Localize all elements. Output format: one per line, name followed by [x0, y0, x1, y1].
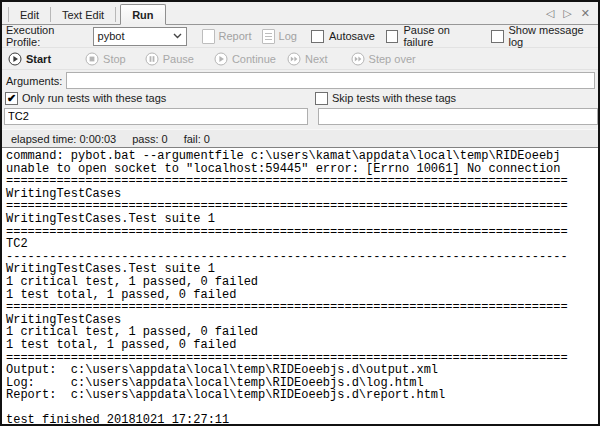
stop-button[interactable]: Stop [85, 52, 126, 66]
console-log-output[interactable]: command: pybot.bat --argumentfile c:\use… [2, 147, 598, 425]
checkbox-box-icon[interactable] [491, 30, 504, 43]
autosave-label: Autosave [329, 30, 375, 42]
log-document-icon [262, 29, 275, 44]
tab-bar: Edit Text Edit Run ◁ ▷ ✕ [2, 2, 598, 25]
tabbar-controls: ◁ ▷ ✕ [546, 7, 598, 20]
close-tab-icon[interactable]: ✕ [581, 7, 590, 20]
execution-profile-value: pybot [98, 30, 125, 42]
elapsed-time-text: elapsed time: 0:00:03 [11, 133, 116, 145]
only-run-tags-input[interactable] [4, 108, 308, 125]
pause-icon [145, 52, 159, 66]
pause-on-failure-checkbox[interactable]: Pause on failure [386, 24, 480, 48]
fast-forward-icon [287, 52, 301, 66]
pause-button[interactable]: Pause [145, 52, 194, 66]
fast-forward-icon [351, 52, 365, 66]
skip-tags-label: Skip tests with these tags [332, 92, 456, 104]
continue-label: Continue [232, 53, 276, 65]
scroll-tabs-left-icon[interactable]: ◁ [546, 7, 554, 20]
pause-on-failure-label: Pause on failure [403, 24, 480, 48]
scroll-tabs-right-icon[interactable]: ▷ [563, 7, 571, 20]
fail-count-text: fail: 0 [184, 133, 210, 145]
execution-profile-select[interactable]: pybot [93, 27, 187, 46]
tag-filter-labels: ✔ Only run tests with these tags Skip te… [2, 90, 598, 106]
tab-edit[interactable]: Edit [8, 7, 51, 22]
log-button[interactable]: Log [262, 29, 297, 44]
autosave-checkbox[interactable]: Autosave [311, 30, 375, 43]
stop-label: Stop [103, 53, 126, 65]
tab-text-edit[interactable]: Text Edit [51, 7, 116, 22]
run-control-toolbar: Start Stop Pause Continue [2, 48, 598, 70]
report-button-label: Report [219, 30, 252, 42]
continue-button[interactable]: Continue [214, 52, 276, 66]
execution-profile-row: Execution Profile: pybot Report Log Auto… [2, 25, 598, 48]
report-document-icon [202, 29, 215, 44]
skip-tags-checkbox[interactable]: Skip tests with these tags [315, 92, 456, 105]
execution-profile-label: Execution Profile: [6, 24, 89, 48]
only-run-tags-label: Only run tests with these tags [22, 92, 166, 104]
arguments-input[interactable] [66, 72, 595, 89]
start-label: Start [26, 53, 51, 65]
checkbox-box-icon[interactable] [311, 30, 324, 43]
tag-filter-inputs [2, 106, 598, 126]
log-button-label: Log [279, 30, 297, 42]
only-run-tags-checkbox[interactable]: ✔ Only run tests with these tags [2, 92, 315, 105]
pause-label: Pause [163, 53, 194, 65]
next-button[interactable]: Next [287, 52, 328, 66]
step-over-button[interactable]: Step over [351, 52, 416, 66]
arguments-label: Arguments: [6, 75, 62, 87]
show-message-log-label: Show message log [509, 24, 598, 48]
tab-run[interactable]: Run [120, 4, 165, 25]
report-button[interactable]: Report [202, 29, 252, 44]
skip-tags-input[interactable] [318, 108, 598, 125]
checkbox-checked-icon[interactable]: ✔ [5, 92, 18, 105]
show-message-log-checkbox[interactable]: Show message log [491, 24, 598, 48]
next-label: Next [305, 53, 328, 65]
checkbox-box-icon[interactable] [386, 30, 399, 43]
pass-count-text: pass: 0 [132, 133, 167, 145]
stop-icon [85, 52, 99, 66]
step-over-label: Step over [369, 53, 416, 65]
chevron-down-icon [173, 33, 182, 39]
play-icon [214, 52, 228, 66]
status-bar: elapsed time: 0:00:03 pass: 0 fail: 0 [2, 129, 598, 147]
ride-run-window: Edit Text Edit Run ◁ ▷ ✕ Execution Profi… [0, 0, 600, 426]
start-button[interactable]: Start [8, 52, 51, 66]
play-icon [8, 52, 22, 66]
arguments-row: Arguments: [2, 71, 598, 90]
checkbox-box-icon[interactable] [315, 92, 328, 105]
